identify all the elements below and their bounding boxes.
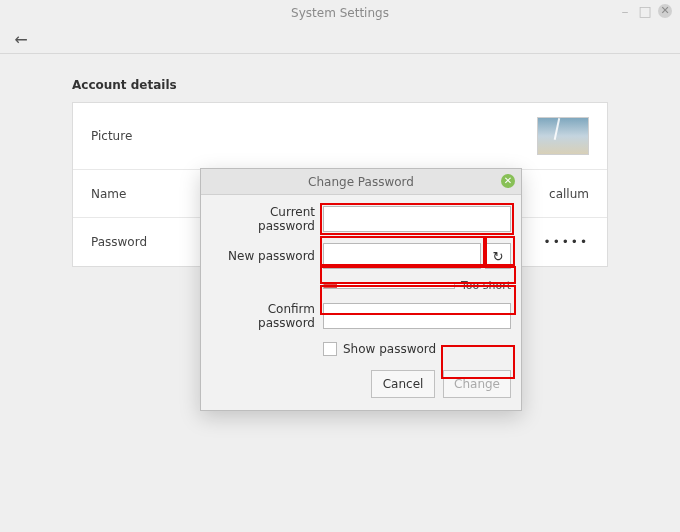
change-button[interactable]: Change bbox=[443, 370, 511, 398]
name-value: callum bbox=[549, 187, 589, 201]
confirm-password-input[interactable] bbox=[323, 303, 511, 329]
show-password-checkbox[interactable] bbox=[323, 342, 337, 356]
confirm-password-label: Confirm password bbox=[213, 302, 323, 330]
password-value: ••••• bbox=[544, 235, 589, 249]
window-titlebar: System Settings – □ ✕ bbox=[0, 0, 680, 26]
show-password-label: Show password bbox=[343, 342, 436, 356]
new-password-input[interactable] bbox=[323, 243, 481, 269]
picture-row[interactable]: Picture bbox=[73, 103, 607, 170]
refresh-icon: ↻ bbox=[493, 249, 504, 264]
maximize-icon[interactable]: □ bbox=[638, 4, 652, 18]
generate-password-button[interactable]: ↻ bbox=[485, 243, 511, 269]
password-strength: Too short bbox=[323, 279, 511, 292]
name-label: Name bbox=[91, 187, 126, 201]
strength-meter bbox=[323, 282, 455, 289]
close-icon[interactable]: ✕ bbox=[658, 4, 672, 18]
avatar[interactable] bbox=[537, 117, 589, 155]
window-title: System Settings bbox=[291, 6, 389, 20]
dialog-close-icon[interactable]: ✕ bbox=[501, 174, 515, 188]
cancel-button[interactable]: Cancel bbox=[371, 370, 435, 398]
dialog-titlebar: Change Password ✕ bbox=[201, 169, 521, 195]
current-password-label: Current password bbox=[213, 205, 323, 233]
minimize-icon[interactable]: – bbox=[618, 4, 632, 18]
window-controls: – □ ✕ bbox=[618, 4, 672, 18]
section-title: Account details bbox=[72, 78, 608, 92]
dialog-actions: Cancel Change bbox=[201, 370, 521, 410]
back-arrow-icon[interactable]: ← bbox=[10, 29, 32, 51]
dialog-body: Current password New password ↻ Too shor… bbox=[201, 195, 521, 370]
new-password-label: New password bbox=[213, 249, 323, 263]
dialog-title: Change Password bbox=[308, 175, 414, 189]
toolbar: ← bbox=[0, 26, 680, 54]
change-password-dialog: Change Password ✕ Current password New p… bbox=[200, 168, 522, 411]
password-label: Password bbox=[91, 235, 147, 249]
picture-label: Picture bbox=[91, 129, 132, 143]
current-password-input[interactable] bbox=[323, 206, 511, 232]
strength-text: Too short bbox=[461, 279, 511, 292]
